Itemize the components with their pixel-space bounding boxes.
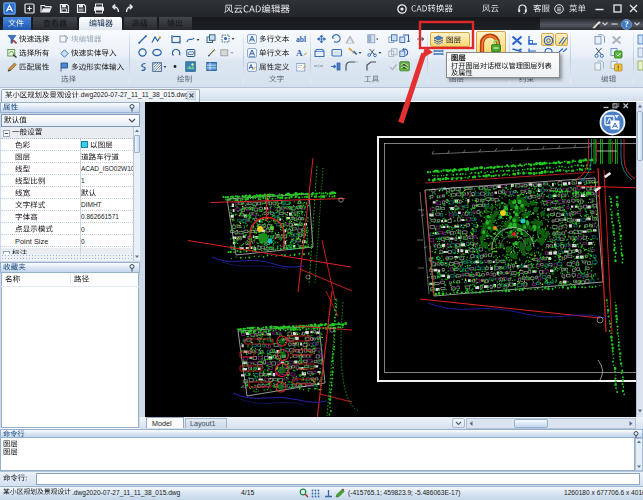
- svg-text:?: ?: [624, 19, 628, 29]
- svg-text:A: A: [296, 48, 303, 58]
- svg-text:abl: abl: [296, 35, 306, 44]
